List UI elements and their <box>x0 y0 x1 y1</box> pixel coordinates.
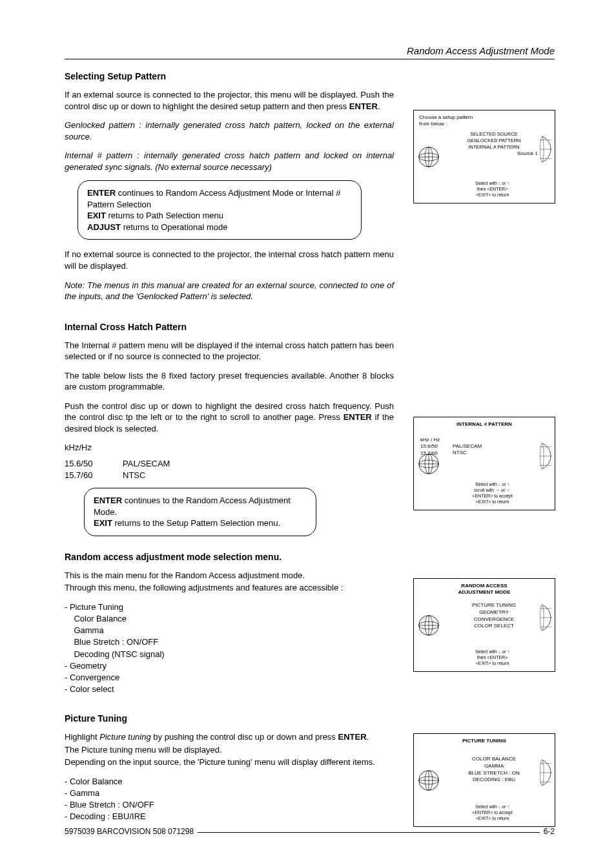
sys-name: PAL/SECAM <box>453 443 482 450</box>
menu-item: DECODING : EBU <box>453 777 535 784</box>
bullet-sub: Gamma <box>65 625 394 636</box>
menu-footer-line: then <ENTER> <box>449 186 535 192</box>
sec4-p2: The Picture tuning menu will be displaye… <box>65 744 394 756</box>
menu1-top2: from below : <box>419 121 447 127</box>
globe-icon <box>539 130 552 169</box>
enter-keyword: ENTER <box>344 412 372 422</box>
sec4-p1c: . <box>367 732 369 742</box>
menu1-top1: Choose a setup pattern <box>419 114 473 120</box>
sec4-p1a: Highlight <box>65 732 99 742</box>
freq-row: 15.7/60NTSC <box>65 470 394 481</box>
menu-item: INTERNAL # PATTERN <box>453 144 535 151</box>
menu-item: COLOR SELECT <box>453 623 535 630</box>
source-label: Source 1 <box>517 151 538 157</box>
freq-khz: 15.6/50 <box>65 458 123 470</box>
menu-setup-pattern: Choose a setup pattern from below : SELE… <box>413 110 555 204</box>
menu-footer-line: Select with ↓ or ↑ <box>449 180 535 186</box>
globe-icon <box>418 614 440 636</box>
bullet: - Color Balance <box>65 776 394 788</box>
menu-item: COLOR BALANCE <box>453 756 535 763</box>
freq-name: NTSC <box>123 470 145 481</box>
enter-keyword: ENTER <box>87 188 116 198</box>
page-header: Random Access Adjustment Mode <box>65 45 555 56</box>
bullet: - Color select <box>65 684 394 695</box>
exit-keyword: EXIT <box>94 518 112 528</box>
bullet-sub: Color Balance <box>65 613 394 625</box>
page-footer: 5975039 BARCOVISION 508 071298 6-2 <box>65 827 555 836</box>
menu-item: GEOMETRY <box>453 609 535 616</box>
menu-picture-tuning: PICTURE TUNING COLOR BALANCE GAMMA BLUE … <box>413 733 555 827</box>
menu-item: CONVERGENCE <box>453 616 535 623</box>
menu-footer-line: <EXIT> to return <box>449 192 535 198</box>
box-text: returns to Path Selection menu <box>106 211 223 220</box>
sec1-p1a: If an external source is connected to th… <box>65 90 394 111</box>
menu-footer-line: <EXIT> to return <box>449 499 535 505</box>
globe-icon <box>539 753 552 792</box>
sec1-p2: Genlocked pattern : internally generated… <box>65 120 394 142</box>
globe-icon <box>418 769 440 791</box>
bullet: - Geometry <box>65 660 394 672</box>
sec4-bullets: - Color Balance - Gamma - Blue Stretch :… <box>65 776 394 823</box>
bullet: - Gamma <box>65 788 394 799</box>
box-text: continues to Random Access Adjustment Mo… <box>87 188 340 209</box>
sec2-p2: The table below lists the 8 fixed factor… <box>65 370 394 393</box>
menu2-title: INTERNAL # PATTERN <box>418 421 551 428</box>
footer-rule <box>198 832 540 833</box>
khz-header: kHz / Hz <box>420 437 440 443</box>
footer-page-number: 6-2 <box>544 827 555 836</box>
menu-random-access: RANDOM ACCESS ADJUSTMENT MODE PICTURE TU… <box>413 578 555 672</box>
freq-table: kHz/Hz 15.6/50PAL/SECAM 15.7/60NTSC <box>65 442 394 481</box>
menu-item: SELECTED SOURCE <box>453 131 535 138</box>
sec4-p1b: by pushing the control disc up or down a… <box>151 732 338 742</box>
freq-header: kHz/Hz <box>65 442 394 454</box>
box-text: returns to the Setup Pattern Selection m… <box>112 518 280 528</box>
menu-item: GAMMA <box>453 763 535 770</box>
menu4-title: PICTURE TUNING <box>418 738 551 744</box>
freq-name: PAL/SECAM <box>123 458 170 470</box>
sec1-p1b: . <box>378 101 380 111</box>
menu-item: GENLOCKED PATTERN <box>453 138 535 144</box>
menu-footer-line: Select with ↓ or ↑ <box>449 804 535 810</box>
sec1-p5: Note: The menus in this manual are creat… <box>65 280 394 302</box>
sec3-p1: This is the main menu for the Random Acc… <box>65 570 394 581</box>
bullet-sub: Decoding (NTSC signal) <box>65 649 394 660</box>
sys-name: NTSC <box>453 450 482 456</box>
freq-row: 15.6/50PAL/SECAM <box>65 458 394 470</box>
globe-icon <box>539 437 552 475</box>
header-rule <box>65 59 555 59</box>
menu3-title2: ADJUSTMENT MODE <box>458 589 511 595</box>
bullet: - Blue Stretch : ON/OFF <box>65 799 394 811</box>
freq-khz: 15.7/60 <box>65 470 123 481</box>
khz-val: 15.6/50 <box>420 443 440 450</box>
bullet: - Picture Tuning <box>65 601 394 613</box>
menu-footer-line: <ENTER> to accept <box>449 493 535 499</box>
menu-item: PICTURE TUNING <box>453 602 535 609</box>
sec4-title: Picture Tuning <box>65 713 394 724</box>
sec1-p1: If an external source is connected to th… <box>65 89 394 112</box>
khz-val: 15.7/60 <box>420 450 440 457</box>
bullet: - Decoding : EBU/IRE <box>65 811 394 822</box>
menu-item: BLUE STRETCH : ON <box>453 770 535 777</box>
globe-icon <box>539 598 552 637</box>
menu-footer-line: Select with ↓ or ↑ <box>449 481 535 487</box>
globe-icon <box>418 146 440 168</box>
box-text: returns to Operational mode <box>121 222 227 232</box>
sec1-p3: Internal # pattern : internally generate… <box>65 150 394 172</box>
sec4-p3: Depending on the input source, the 'Pict… <box>65 757 394 768</box>
footer-doc-id: 5975039 BARCOVISION 508 071298 <box>65 827 194 836</box>
bullet: - Convergence <box>65 672 394 684</box>
sec4-p1: Highlight Picture tuning by pushing the … <box>65 731 394 743</box>
sec2-title: Internal Cross Hatch Pattern <box>65 322 394 332</box>
enter-keyword: ENTER <box>349 101 378 111</box>
picture-tuning-term: Picture tuning <box>99 732 151 742</box>
adjust-keyword: ADJUST <box>87 222 121 232</box>
sec3-p2: Through this menu, the following adjustm… <box>65 582 394 594</box>
bullet-sub: Blue Stretch : ON/OFF <box>65 636 394 648</box>
enter-keyword: ENTER <box>94 496 122 505</box>
main-text-column: Selecting Setup Pattern If an external s… <box>65 71 394 836</box>
sec3-title: Random access adjustment mode selection … <box>65 552 394 562</box>
sec1-p4: If no external source is connected to th… <box>65 249 394 271</box>
sec3-bullets: - Picture Tuning Color Balance Gamma Blu… <box>65 601 394 696</box>
menu-footer-line: scroll with → or ← <box>449 487 535 493</box>
menu-footer-line: <ENTER> to accept <box>449 810 535 815</box>
